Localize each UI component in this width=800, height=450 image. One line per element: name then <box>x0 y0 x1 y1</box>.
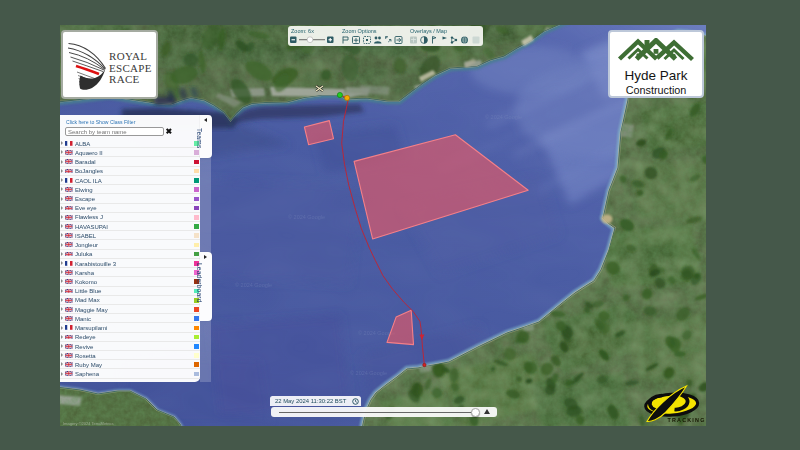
svg-text:Imagery ©2024 TerraMetrics: Imagery ©2024 TerraMetrics <box>63 421 113 426</box>
svg-text:© 2024 Google: © 2024 Google <box>350 370 387 376</box>
svg-text:TRACKING: TRACKING <box>668 417 706 423</box>
svg-text:ESCAPE: ESCAPE <box>109 62 152 74</box>
svg-text:RACE: RACE <box>109 73 140 85</box>
svg-text:© 2024 Google: © 2024 Google <box>288 214 325 220</box>
svg-text:© 2024 Google: © 2024 Google <box>485 114 522 120</box>
svg-text:© 2024 Google: © 2024 Google <box>235 282 272 288</box>
svg-text:ROYAL: ROYAL <box>109 50 147 62</box>
